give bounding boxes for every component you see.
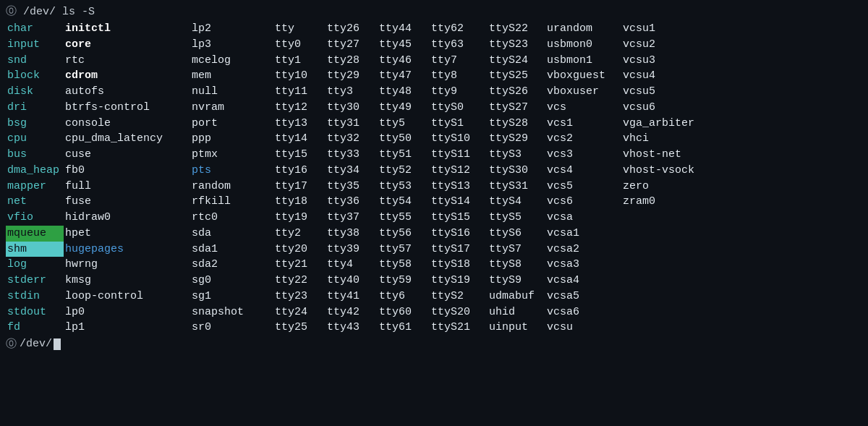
ls-item: tty26 xyxy=(326,21,378,37)
ls-item: ttyS24 xyxy=(488,53,545,69)
ls-item: tty29 xyxy=(326,68,378,84)
ls-item: tty1 xyxy=(273,53,326,69)
ls-item: lp1 xyxy=(64,320,190,336)
ls-item: shm xyxy=(6,242,64,257)
ls-item: tty33 xyxy=(326,147,378,163)
ls-item: vcsu6 xyxy=(621,100,708,116)
ls-item: ttyS0 xyxy=(430,100,488,116)
ls-item: tty51 xyxy=(378,147,430,163)
ls-item: lp3 xyxy=(190,37,273,53)
ls-item: vcsa6 xyxy=(545,304,621,320)
ls-item: vcs5 xyxy=(545,179,621,195)
ls-item: vcs6 xyxy=(545,194,621,210)
ls-item: tty60 xyxy=(378,304,430,320)
ls-item: fd xyxy=(6,320,64,336)
ls-item: tty37 xyxy=(326,210,378,226)
ls-item: tty5 xyxy=(378,116,430,132)
ls-output: charinputsndblockdiskdribsgcpubusdma_hea… xyxy=(6,21,862,336)
ls-item: tty2 xyxy=(273,226,326,242)
ls-item: ttyS22 xyxy=(488,21,545,37)
ls-item: ttyS9 xyxy=(488,273,545,289)
ls-item: vcsu1 xyxy=(621,21,708,37)
ls-item: tty16 xyxy=(273,163,326,179)
ls-item: ttyS6 xyxy=(488,226,545,242)
ls-item: vhci xyxy=(621,131,708,147)
ls-item: vcs xyxy=(545,100,621,116)
ls-item: hwrng xyxy=(64,257,190,273)
ls-item: lp2 xyxy=(190,21,273,37)
ls-item: ttyS29 xyxy=(488,131,545,147)
ls-item: block xyxy=(6,68,64,84)
ls-item: vcsa2 xyxy=(545,242,621,257)
cursor xyxy=(54,338,61,350)
ls-item: tty12 xyxy=(273,100,326,116)
ls-item: fuse xyxy=(64,194,190,210)
ls-item: ttyS21 xyxy=(430,320,488,336)
ls-item: bsg xyxy=(6,116,64,132)
ls-item: ttyS23 xyxy=(488,37,545,53)
ls-column-8: urandomusbmon0usbmon1vboxguestvboxuservc… xyxy=(545,21,621,336)
ls-item: vcsu4 xyxy=(621,68,708,84)
ls-item: vboxuser xyxy=(545,84,621,100)
ls-item: autofs xyxy=(64,84,190,100)
ls-item: ttyS2 xyxy=(430,289,488,304)
ls-item: tty41 xyxy=(326,289,378,304)
ls-item: zero xyxy=(621,179,708,195)
ls-item: zram0 xyxy=(621,194,708,210)
ls-item: vhost-vsock xyxy=(621,163,708,179)
ls-item: usbmon1 xyxy=(545,53,621,69)
ls-item: tty20 xyxy=(273,242,326,257)
ls-item: ttyS31 xyxy=(488,179,545,195)
ls-item: tty13 xyxy=(273,116,326,132)
ls-item: mapper xyxy=(6,179,64,195)
ls-column-3: ttytty0tty1tty10tty11tty12tty13tty14tty1… xyxy=(273,21,326,336)
ls-item: vhost-net xyxy=(621,147,708,163)
ls-item: tty34 xyxy=(326,163,378,179)
ls-item: tty42 xyxy=(326,304,378,320)
bottom-prompt[interactable]: ⓪ /dev/ xyxy=(6,337,862,351)
ls-item: hpet xyxy=(64,226,190,242)
ls-item: tty32 xyxy=(326,131,378,147)
ls-item: tty50 xyxy=(378,131,430,147)
ls-item: ptmx xyxy=(190,147,273,163)
ls-item: tty57 xyxy=(378,242,430,257)
ls-item: tty23 xyxy=(273,289,326,304)
ls-item: tty0 xyxy=(273,37,326,53)
ls-item: tty30 xyxy=(326,100,378,116)
ls-item: tty8 xyxy=(430,68,488,84)
ls-item: ttyS25 xyxy=(488,68,545,84)
ls-column-4: tty26tty27tty28tty29tty3tty30tty31tty32t… xyxy=(326,21,378,336)
ls-item: usbmon0 xyxy=(545,37,621,53)
ls-item: ttyS3 xyxy=(488,147,545,163)
ls-item: ttyS11 xyxy=(430,147,488,163)
ls-item: ttyS17 xyxy=(430,242,488,257)
ls-item: full xyxy=(64,179,190,195)
ls-item: log xyxy=(6,257,64,273)
ls-item: cpu xyxy=(6,131,64,147)
ls-item: ttyS1 xyxy=(430,116,488,132)
ls-item: hugepages xyxy=(64,242,190,257)
ls-item: vcsu3 xyxy=(621,53,708,69)
ls-item: disk xyxy=(6,84,64,100)
ls-item: sg0 xyxy=(190,273,273,289)
ls-item: vcsu2 xyxy=(621,37,708,53)
ls-item: tty11 xyxy=(273,84,326,100)
ls-column-5: tty44tty45tty46tty47tty48tty49tty5tty50t… xyxy=(378,21,430,336)
ls-item: net xyxy=(6,194,64,210)
ls-item: ttyS10 xyxy=(430,131,488,147)
ls-item: ttyS28 xyxy=(488,116,545,132)
ls-item: tty47 xyxy=(378,68,430,84)
ls-item: random xyxy=(190,179,273,195)
ls-item: tty43 xyxy=(326,320,378,336)
ls-item: tty39 xyxy=(326,242,378,257)
ls-item: tty7 xyxy=(430,53,488,69)
ls-item: tty56 xyxy=(378,226,430,242)
ls-item: vcsa xyxy=(545,210,621,226)
ls-item: tty35 xyxy=(326,179,378,195)
ls-item: uinput xyxy=(488,320,545,336)
ls-item: port xyxy=(190,116,273,132)
ls-item: core xyxy=(64,37,190,53)
ls-item: tty58 xyxy=(378,257,430,273)
ls-item: tty48 xyxy=(378,84,430,100)
ls-item: mcelog xyxy=(190,53,273,69)
